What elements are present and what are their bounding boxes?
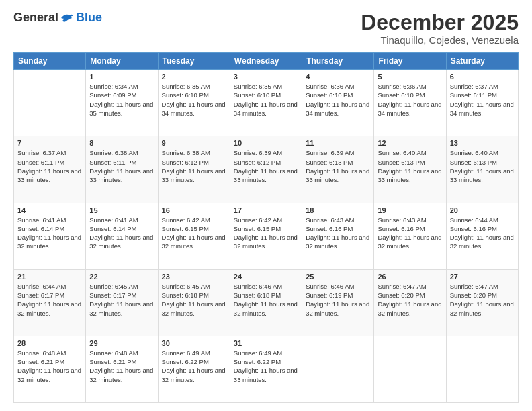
sunrise-text: Sunrise: 6:46 AM (306, 283, 354, 290)
sunrise-text: Sunrise: 6:47 AM (378, 283, 426, 290)
calendar-cell: 3Sunrise: 6:35 AMSunset: 6:10 PMDaylight… (230, 70, 302, 136)
day-number: 25 (306, 273, 370, 281)
daylight-text: Daylight: 11 hours and 32 minutes. (234, 300, 298, 316)
day-info: Sunrise: 6:39 AMSunset: 6:12 PMDaylight:… (234, 148, 298, 184)
sunset-text: Sunset: 6:18 PM (162, 291, 209, 299)
day-number: 26 (378, 273, 442, 281)
calendar-cell: 26Sunrise: 6:47 AMSunset: 6:20 PMDayligh… (374, 269, 446, 336)
daylight-text: Daylight: 11 hours and 33 minutes. (234, 367, 298, 383)
daylight-text: Daylight: 11 hours and 32 minutes. (234, 234, 298, 250)
sunrise-text: Sunrise: 6:37 AM (450, 83, 498, 90)
day-info: Sunrise: 6:48 AMSunset: 6:21 PMDaylight:… (89, 349, 154, 384)
calendar-cell: 31Sunrise: 6:49 AMSunset: 6:22 PMDayligh… (230, 336, 302, 402)
day-info: Sunrise: 6:36 AMSunset: 6:10 PMDaylight:… (306, 82, 370, 118)
daylight-text: Daylight: 11 hours and 34 minutes. (378, 101, 441, 117)
daylight-text: Daylight: 11 hours and 32 minutes. (450, 234, 514, 250)
day-number: 17 (234, 206, 298, 214)
calendar-cell: 24Sunrise: 6:46 AMSunset: 6:18 PMDayligh… (230, 269, 302, 336)
daylight-text: Daylight: 11 hours and 34 minutes. (162, 101, 226, 117)
sunset-text: Sunset: 6:11 PM (17, 158, 64, 166)
day-number: 5 (378, 73, 442, 81)
day-info: Sunrise: 6:46 AMSunset: 6:19 PMDaylight:… (306, 282, 370, 318)
day-info: Sunrise: 6:47 AMSunset: 6:20 PMDaylight:… (378, 282, 442, 318)
day-info: Sunrise: 6:40 AMSunset: 6:13 PMDaylight:… (450, 148, 515, 184)
sunrise-text: Sunrise: 6:45 AM (89, 283, 138, 290)
calendar-week-row: 7Sunrise: 6:37 AMSunset: 6:11 PMDaylight… (14, 136, 519, 203)
day-info: Sunrise: 6:43 AMSunset: 6:16 PMDaylight:… (306, 216, 370, 251)
calendar-table: SundayMondayTuesdayWednesdayThursdayFrid… (13, 52, 519, 403)
daylight-text: Daylight: 11 hours and 33 minutes. (234, 167, 298, 183)
calendar-cell: 12Sunrise: 6:40 AMSunset: 6:13 PMDayligh… (374, 136, 446, 203)
day-info: Sunrise: 6:43 AMSunset: 6:16 PMDaylight:… (378, 216, 442, 251)
sunset-text: Sunset: 6:20 PM (450, 291, 497, 299)
day-number: 3 (234, 73, 298, 81)
day-number: 20 (450, 206, 515, 214)
day-info: Sunrise: 6:41 AMSunset: 6:14 PMDaylight:… (89, 216, 154, 251)
sunrise-text: Sunrise: 6:38 AM (89, 149, 138, 156)
day-info: Sunrise: 6:47 AMSunset: 6:20 PMDaylight:… (450, 282, 515, 318)
day-info: Sunrise: 6:49 AMSunset: 6:22 PMDaylight:… (234, 349, 298, 384)
calendar-cell: 5Sunrise: 6:36 AMSunset: 6:10 PMDaylight… (374, 70, 446, 136)
calendar-weekday-tuesday: Tuesday (158, 53, 230, 70)
calendar-cell: 21Sunrise: 6:44 AMSunset: 6:17 PMDayligh… (14, 269, 86, 336)
logo-general: General (13, 11, 58, 25)
sunrise-text: Sunrise: 6:42 AM (234, 216, 282, 224)
daylight-text: Daylight: 11 hours and 32 minutes. (306, 234, 369, 250)
daylight-text: Daylight: 11 hours and 34 minutes. (450, 101, 514, 117)
calendar-cell: 29Sunrise: 6:48 AMSunset: 6:21 PMDayligh… (86, 336, 158, 402)
day-info: Sunrise: 6:45 AMSunset: 6:18 PMDaylight:… (162, 282, 226, 318)
header: General Blue December 2025 Tinaquillo, C… (13, 11, 519, 46)
day-number: 12 (378, 139, 442, 147)
calendar-cell: 1Sunrise: 6:34 AMSunset: 6:09 PMDaylight… (86, 70, 158, 136)
daylight-text: Daylight: 11 hours and 32 minutes. (89, 234, 153, 250)
calendar-cell: 13Sunrise: 6:40 AMSunset: 6:13 PMDayligh… (446, 136, 518, 203)
calendar-cell: 17Sunrise: 6:42 AMSunset: 6:15 PMDayligh… (230, 203, 302, 269)
calendar-weekday-saturday: Saturday (446, 53, 518, 70)
month-title: December 2025 (361, 11, 519, 34)
calendar-cell (374, 336, 446, 402)
calendar-header-row: SundayMondayTuesdayWednesdayThursdayFrid… (14, 53, 519, 70)
sunrise-text: Sunrise: 6:35 AM (162, 83, 210, 90)
sunset-text: Sunset: 6:10 PM (234, 91, 281, 99)
sunset-text: Sunset: 6:13 PM (450, 158, 497, 166)
day-number: 4 (306, 73, 370, 81)
sunset-text: Sunset: 6:16 PM (450, 225, 497, 232)
calendar-cell: 25Sunrise: 6:46 AMSunset: 6:19 PMDayligh… (302, 269, 374, 336)
day-number: 13 (450, 139, 515, 147)
daylight-text: Daylight: 11 hours and 33 minutes. (162, 167, 226, 183)
calendar-cell: 6Sunrise: 6:37 AMSunset: 6:11 PMDaylight… (446, 70, 518, 136)
sunset-text: Sunset: 6:19 PM (306, 291, 353, 299)
day-number: 16 (162, 206, 226, 214)
calendar-cell: 23Sunrise: 6:45 AMSunset: 6:18 PMDayligh… (158, 269, 230, 336)
sunset-text: Sunset: 6:15 PM (234, 225, 281, 232)
logo-bird-icon (60, 12, 75, 24)
sunset-text: Sunset: 6:16 PM (306, 225, 353, 232)
location-title: Tinaquillo, Cojedes, Venezuela (361, 34, 519, 46)
sunrise-text: Sunrise: 6:43 AM (306, 216, 354, 224)
day-number: 22 (89, 273, 154, 281)
day-number: 1 (89, 73, 154, 81)
logo: General Blue (13, 11, 102, 25)
sunset-text: Sunset: 6:13 PM (378, 158, 425, 166)
sunrise-text: Sunrise: 6:36 AM (306, 83, 354, 90)
daylight-text: Daylight: 11 hours and 34 minutes. (234, 101, 298, 117)
calendar-weekday-wednesday: Wednesday (230, 53, 302, 70)
sunset-text: Sunset: 6:18 PM (234, 291, 281, 299)
day-info: Sunrise: 6:38 AMSunset: 6:12 PMDaylight:… (162, 148, 226, 184)
sunset-text: Sunset: 6:16 PM (378, 225, 425, 232)
daylight-text: Daylight: 11 hours and 32 minutes. (17, 234, 81, 250)
sunset-text: Sunset: 6:21 PM (17, 358, 64, 365)
sunrise-text: Sunrise: 6:41 AM (17, 216, 66, 224)
sunrise-text: Sunrise: 6:35 AM (234, 83, 282, 90)
day-number: 24 (234, 273, 298, 281)
day-info: Sunrise: 6:39 AMSunset: 6:13 PMDaylight:… (306, 148, 370, 184)
sunset-text: Sunset: 6:20 PM (378, 291, 425, 299)
day-number: 28 (17, 339, 82, 347)
sunset-text: Sunset: 6:17 PM (17, 291, 64, 299)
day-info: Sunrise: 6:34 AMSunset: 6:09 PMDaylight:… (89, 82, 154, 118)
daylight-text: Daylight: 11 hours and 32 minutes. (378, 234, 441, 250)
day-number: 27 (450, 273, 515, 281)
sunset-text: Sunset: 6:22 PM (234, 358, 281, 365)
calendar-cell: 30Sunrise: 6:49 AMSunset: 6:22 PMDayligh… (158, 336, 230, 402)
day-number: 18 (306, 206, 370, 214)
